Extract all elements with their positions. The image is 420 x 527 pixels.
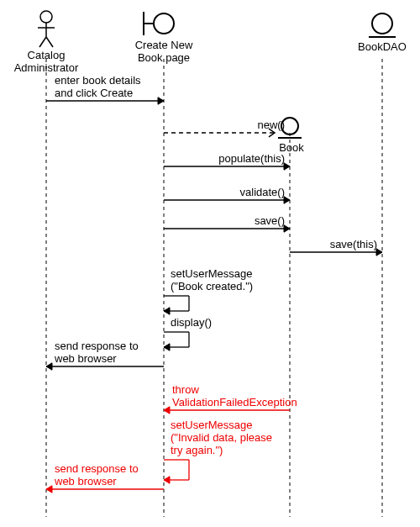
message-label: setUserMessage("Book created.") <box>171 267 253 292</box>
message-label: populate(this) <box>218 152 285 165</box>
svg-marker-44 <box>46 486 52 493</box>
svg-point-1 <box>40 11 52 23</box>
svg-point-14 <box>372 13 392 34</box>
message-label: validate() <box>240 186 285 198</box>
message-label: save(this) <box>330 238 377 250</box>
message-label: display() <box>171 316 212 329</box>
sequence-diagram: CatalogAdministratorCreate NewBook pageB… <box>0 0 420 527</box>
svg-marker-36 <box>46 363 52 370</box>
svg-marker-34 <box>164 344 170 350</box>
svg-point-9 <box>154 13 174 34</box>
svg-marker-24 <box>284 225 290 232</box>
message-label: enter book detailsand click Create <box>55 74 141 99</box>
lifeline-label: CatalogAdministrator <box>14 49 79 74</box>
svg-line-4 <box>39 37 46 47</box>
message-label: new() <box>257 119 285 131</box>
svg-marker-22 <box>284 197 290 203</box>
lifeline-label: Create NewBook page <box>135 39 193 64</box>
message-label: send response toweb browser <box>54 462 139 487</box>
lifeline-actor <box>38 11 55 517</box>
lifeline-label: BookDAO <box>358 40 407 53</box>
lifeline-book <box>278 118 302 517</box>
svg-marker-38 <box>164 407 170 414</box>
message-m11 <box>164 460 189 480</box>
svg-marker-42 <box>164 477 170 483</box>
svg-marker-20 <box>284 163 290 170</box>
message-label: throwValidationFailedException <box>172 383 297 408</box>
svg-line-5 <box>46 37 53 47</box>
lifeline-dao <box>369 13 396 517</box>
message-label: save() <box>255 214 285 227</box>
svg-marker-17 <box>158 97 164 104</box>
svg-marker-30 <box>164 308 170 314</box>
lifeline-page <box>144 12 174 517</box>
svg-marker-26 <box>376 249 382 256</box>
message-label: send response toweb browser <box>54 340 139 365</box>
message-label: setUserMessage("Invalid data, pleasetry … <box>171 419 272 456</box>
